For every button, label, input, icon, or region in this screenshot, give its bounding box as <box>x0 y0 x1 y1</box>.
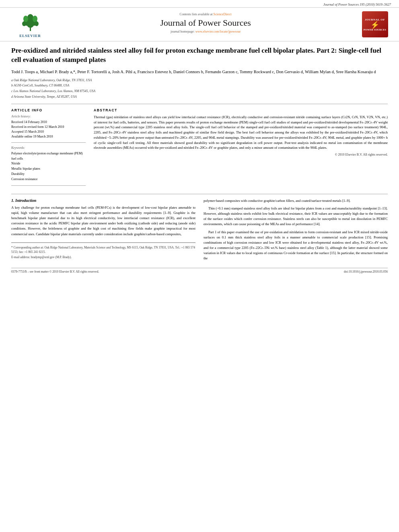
keyword-4: Durability <box>11 172 86 177</box>
svg-point-8 <box>35 21 39 26</box>
abstract-paragraph: Thermal (gas) nitridation of stainless s… <box>94 115 388 150</box>
available-online-date: Available online 19 March 2010 <box>11 134 86 139</box>
introduction-text-right: polymer-based composites with conductive… <box>204 198 388 261</box>
svg-point-5 <box>23 16 28 22</box>
keywords-label: Keywords: <box>11 146 86 150</box>
journal-center: Contents lists available at ScienceDirec… <box>52 11 359 38</box>
introduction-section-title: 1. Introduction <box>11 198 195 203</box>
body-section: 1. Introduction A key challenge for prot… <box>11 198 388 264</box>
body-right-column: polymer-based composites with conductive… <box>204 198 388 264</box>
paper-title: Pre-oxidized and nitrided stainless stee… <box>11 46 388 65</box>
journal-logo-box: JOURNAL OF ⚡ POWER SOURCES <box>362 11 388 37</box>
article-history-block: Article history: Received 14 February 20… <box>11 115 86 143</box>
journal-logo-right: JOURNAL OF ⚡ POWER SOURCES <box>359 11 391 38</box>
accepted-date: Accepted 15 March 2010 <box>11 129 86 134</box>
section-title-text: Introduction <box>15 198 36 203</box>
introduction-text-left: A key challenge for proton exchange memb… <box>11 205 195 237</box>
intro-para-3: Thin (~0.1 mm) stamped stainless steel a… <box>204 206 388 227</box>
homepage-url[interactable]: www.elsevier.com/locate/jpowsour <box>195 30 241 33</box>
email-note: E-mail address: bradymp@ornl.gov (M.P. B… <box>11 255 195 259</box>
author-list: Todd J. Toops a, Michael P. Brady a,*, P… <box>11 70 376 74</box>
keyword-2: Nitride <box>11 161 86 166</box>
logo-bottom-text: POWER SOURCES <box>364 29 386 31</box>
journal-header: ELSEVIER Contents lists available at Sci… <box>0 7 399 41</box>
sciencedirect-link: Contents lists available at ScienceDirec… <box>52 12 359 16</box>
intro-para-2: polymer-based composites with conductive… <box>204 198 388 203</box>
keyword-5: Corrosion resistance <box>11 177 86 182</box>
intro-para-1: A key challenge for proton exchange memb… <box>11 205 195 237</box>
keywords-block: Keywords: Polymer electrolyte/proton exc… <box>11 146 86 186</box>
keyword-3: Metallic bipolar plates <box>11 166 86 172</box>
affiliations: a Oak Ridge National Laboratory, Oak Rid… <box>11 78 388 100</box>
sciencedirect-url[interactable]: ScienceDirect <box>214 12 232 16</box>
svg-point-6 <box>33 16 37 22</box>
issn-text: 0378-7753/$ – see front matter © 2010 El… <box>11 270 99 273</box>
abstract-column: ABSTRACT Thermal (gas) nitridation of st… <box>94 108 388 189</box>
lightning-bolt-icon: ⚡ <box>370 21 379 29</box>
body-divider <box>11 194 388 194</box>
svg-point-7 <box>22 21 26 26</box>
elsevier-text: ELSEVIER <box>19 34 41 38</box>
article-info-heading: ARTICLE INFO <box>11 108 86 112</box>
copyright: © 2010 Elsevier B.V. All rights reserved… <box>94 153 388 156</box>
article-info-abstract-section: ARTICLE INFO Article history: Received 1… <box>11 104 388 189</box>
abstract-text: Thermal (gas) nitridation of stainless s… <box>94 115 388 150</box>
svg-point-4 <box>27 14 33 22</box>
corresponding-author-note: * Corresponding author at: Oak Ridge Nat… <box>11 245 195 255</box>
revised-date: Received in revised form 12 March 2010 <box>11 125 86 129</box>
affiliation-d: d Arizona State University, Tempe, AZ 85… <box>11 94 388 100</box>
body-left-column: 1. Introduction A key challenge for prot… <box>11 198 195 264</box>
bottom-bar: 0378-7753/$ – see front matter © 2010 El… <box>11 268 388 273</box>
footnotes: * Corresponding author at: Oak Ridge Nat… <box>11 245 195 260</box>
main-content: Pre-oxidized and nitrided stainless stee… <box>0 41 399 278</box>
journal-reference-bar: Journal of Power Sources 195 (2010) 5619… <box>0 0 399 7</box>
elsevier-logo: ELSEVIER <box>8 11 52 38</box>
affiliation-a: a Oak Ridge National Laboratory, Oak Rid… <box>11 78 388 83</box>
elsevier-tree-icon <box>19 11 41 33</box>
journal-reference: Journal of Power Sources 195 (2010) 5619… <box>323 2 391 6</box>
journal-title: Journal of Power Sources <box>52 18 359 28</box>
footnote-area: * Corresponding author at: Oak Ridge Nat… <box>11 242 195 260</box>
article-info-column: ARTICLE INFO Article history: Received 1… <box>11 108 86 189</box>
authors: Todd J. Toops a, Michael P. Brady a,*, P… <box>11 69 388 76</box>
intro-para-4: Part 1 of this paper examined the use of… <box>204 230 388 261</box>
history-label: Article history: <box>11 115 86 118</box>
doi-text: doi:10.1016/j.jpowsour.2010.03.056 <box>344 270 388 273</box>
received-date: Received 14 February 2010 <box>11 120 86 125</box>
affiliation-c: c Los Alamos National Laboratory, Los Al… <box>11 89 388 94</box>
keyword-1: Polymer electrolyte/proton exchange memb… <box>11 151 86 162</box>
section-number: 1. <box>11 198 14 203</box>
affiliation-b: b AGNI-CenCell, Southbury, CT 06488, USA <box>11 83 388 88</box>
abstract-heading: ABSTRACT <box>94 108 388 112</box>
journal-homepage: journal homepage: www.elsevier.com/locat… <box>52 30 359 33</box>
